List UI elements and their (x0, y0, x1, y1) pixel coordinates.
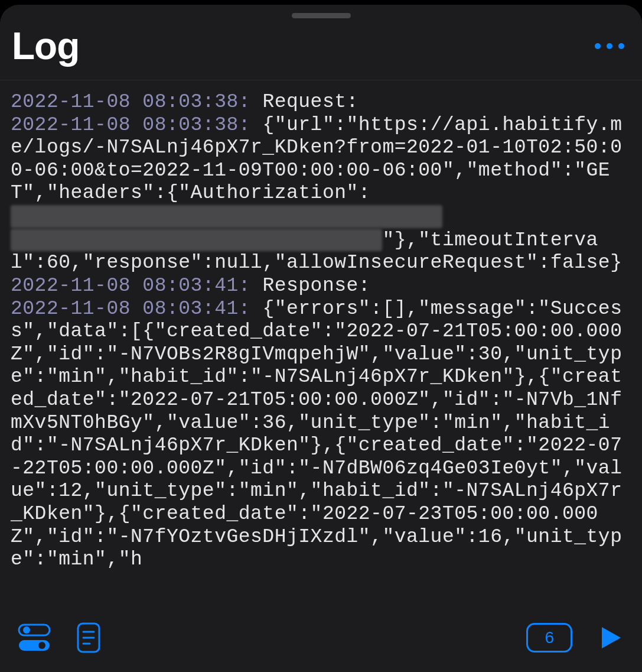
log-entry: 2022-11-08 08:03:38: {"url":"https://api… (11, 114, 622, 274)
log-timestamp: 2022-11-08 08:03:41: (11, 298, 250, 320)
log-text: Request: (250, 91, 359, 113)
toolbar: 6 (0, 609, 642, 672)
svg-point-1 (23, 626, 30, 634)
header: Log (0, 18, 642, 80)
log-output[interactable]: 2022-11-08 08:03:38: Request: 2022-11-08… (0, 80, 642, 609)
play-icon (596, 624, 624, 652)
toggle-settings-button[interactable] (18, 621, 51, 654)
log-entry: 2022-11-08 08:03:41: Response: (11, 275, 370, 297)
count-badge-button[interactable]: 6 (526, 623, 572, 652)
svg-point-3 (38, 642, 45, 649)
document-button[interactable] (74, 622, 103, 654)
ellipsis-icon (618, 43, 624, 49)
drag-handle[interactable] (292, 13, 351, 18)
redacted-content: xxxxxxxxxxxxxxxxxxxxxxxxxxxxxxxxxxxx (11, 205, 442, 228)
ellipsis-icon (607, 43, 612, 49)
log-entry: 2022-11-08 08:03:38: Request: (11, 91, 359, 113)
log-timestamp: 2022-11-08 08:03:38: (11, 114, 250, 136)
toolbar-right: 6 (526, 623, 624, 652)
count-badge: 6 (526, 623, 572, 652)
toggle-icon (18, 621, 51, 654)
ellipsis-icon (595, 43, 601, 49)
document-icon (74, 622, 103, 654)
log-entry: 2022-11-08 08:03:41: {"errors":[],"messa… (11, 298, 622, 571)
redacted-content: xxxxxxxxxxxxxxxxxxxxxxxxxxxxxxx (11, 229, 382, 252)
log-timestamp: 2022-11-08 08:03:41: (11, 275, 250, 297)
page-title: Log (12, 24, 79, 68)
play-button[interactable] (596, 624, 624, 652)
log-timestamp: 2022-11-08 08:03:38: (11, 91, 250, 113)
log-panel: Log 2022-11-08 08:03:38: Request: 2022-1… (0, 5, 642, 672)
log-text: Response: (250, 275, 370, 297)
toolbar-left (18, 621, 103, 654)
more-menu-button[interactable] (595, 43, 624, 49)
log-text: {"errors":[],"message":"Success","data":… (11, 298, 622, 571)
